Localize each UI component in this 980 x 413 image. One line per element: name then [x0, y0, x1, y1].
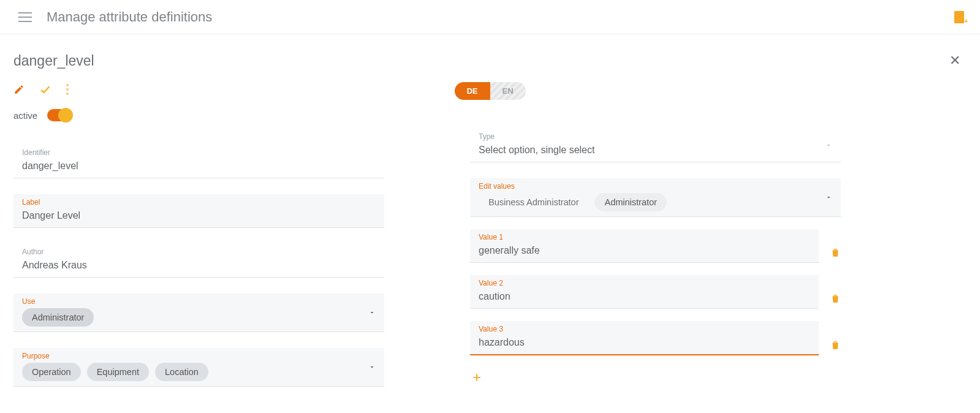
language-switch: DE EN — [454, 82, 525, 100]
type-label: Type — [479, 132, 832, 141]
toolbar-row: DE EN — [0, 76, 980, 96]
value-1-label: Value 1 — [479, 233, 810, 241]
identifier-label: Identifier — [22, 148, 376, 157]
purpose-chip-location[interactable]: Location — [155, 363, 208, 381]
label-field-value: Danger Level — [22, 209, 376, 222]
value-row-3: Value 3 hazardous — [470, 321, 841, 355]
value-2-delete-icon[interactable] — [830, 293, 841, 309]
use-chevron-down-icon[interactable] — [368, 309, 376, 316]
type-field[interactable]: Type Select option, single select — [470, 129, 841, 162]
value-row-1: Value 1 generally safe — [470, 229, 841, 263]
value-1-delete-icon[interactable] — [830, 247, 841, 263]
value-2-field[interactable]: Value 2 caution — [470, 275, 819, 309]
edit-values-chips: Business Administrator Administrator — [479, 193, 832, 211]
edit-values-chip-business-admin[interactable]: Business Administrator — [479, 193, 588, 211]
value-2-label: Value 2 — [479, 279, 810, 287]
edit-icon[interactable] — [13, 84, 25, 95]
label-field-label: Label — [22, 198, 376, 206]
identifier-value: danger_level — [22, 159, 376, 173]
value-3-delete-icon[interactable] — [830, 339, 841, 355]
sub-header: danger_level ✕ — [0, 34, 980, 76]
active-label: active — [13, 110, 37, 121]
confirm-icon[interactable] — [39, 83, 51, 96]
edit-values-field[interactable]: Edit values Business Administrator Admin… — [470, 178, 841, 217]
use-label: Use — [22, 297, 376, 306]
author-label: Author — [22, 248, 376, 256]
value-2-value: caution — [479, 290, 810, 303]
purpose-field[interactable]: Purpose Operation Equipment Location — [13, 348, 384, 387]
author-value: Andreas Kraus — [22, 259, 376, 272]
use-field[interactable]: Use Administrator — [13, 294, 384, 332]
edit-values-chip-admin[interactable]: Administrator — [594, 193, 666, 211]
value-3-label: Value 3 — [479, 325, 810, 333]
edit-values-label: Edit values — [479, 182, 832, 191]
right-column: Type Select option, single select Edit v… — [470, 129, 841, 387]
purpose-chip-equipment[interactable]: Equipment — [87, 363, 149, 381]
purpose-chips: Operation Equipment Location — [22, 363, 376, 381]
language-option-de[interactable]: DE — [454, 82, 490, 100]
purpose-chip-operation[interactable]: Operation — [22, 363, 81, 381]
close-icon[interactable]: ✕ — [947, 50, 963, 71]
attribute-name-title: danger_level — [13, 53, 94, 69]
menu-icon[interactable] — [18, 12, 32, 22]
page-title: Manage attribute definitions — [47, 9, 940, 25]
use-chip-administrator[interactable]: Administrator — [22, 308, 94, 327]
type-value: Select option, single select — [479, 143, 832, 157]
purpose-label: Purpose — [22, 352, 376, 360]
value-3-value: hazardous — [479, 336, 810, 349]
label-field[interactable]: Label Danger Level — [13, 194, 384, 228]
add-value-row: + — [470, 370, 841, 385]
value-1-field[interactable]: Value 1 generally safe — [470, 229, 819, 263]
identifier-field: Identifier danger_level — [13, 145, 384, 178]
edit-values-chevron-down-icon[interactable] — [825, 194, 832, 201]
value-1-value: generally safe — [479, 244, 810, 257]
purpose-chevron-down-icon[interactable] — [368, 363, 376, 371]
top-bar: Manage attribute definitions + — [0, 0, 980, 34]
left-column: Identifier danger_level Label Danger Lev… — [13, 129, 384, 387]
columns: Identifier danger_level Label Danger Lev… — [0, 124, 980, 405]
more-icon[interactable] — [66, 84, 69, 95]
add-value-button[interactable]: + — [470, 370, 484, 385]
type-chevron-down-icon[interactable] — [825, 142, 832, 149]
value-3-field[interactable]: Value 3 hazardous — [470, 321, 819, 355]
value-row-2: Value 2 caution — [470, 275, 841, 309]
use-chips: Administrator — [22, 308, 376, 327]
author-field: Author Andreas Kraus — [13, 244, 384, 278]
active-toggle[interactable] — [47, 109, 72, 121]
language-option-en[interactable]: EN — [490, 82, 526, 100]
new-note-icon[interactable]: + — [954, 11, 967, 23]
